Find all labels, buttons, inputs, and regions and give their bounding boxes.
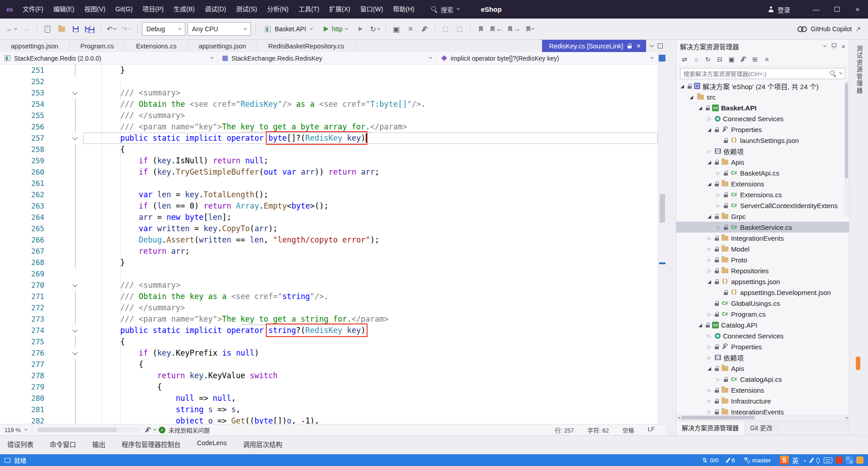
tree-item[interactable]: ◢Extensions — [676, 178, 849, 189]
code-text[interactable]: /// </summary> — [83, 302, 658, 314]
expander-collapsed-icon[interactable]: ▷ — [715, 203, 722, 208]
properties-button[interactable] — [738, 54, 749, 65]
close-tab-icon[interactable]: × — [637, 42, 641, 50]
code-text[interactable]: return arr; — [83, 246, 658, 257]
tree-item[interactable]: appsettings.Development.json — [676, 287, 849, 298]
tree-item[interactable]: ▷Model — [676, 243, 849, 254]
menu-item-7[interactable]: 测试(S) — [231, 0, 262, 19]
expander-collapsed-icon[interactable]: ▷ — [706, 333, 712, 338]
code-text[interactable]: { — [83, 144, 658, 155]
pin-icon[interactable] — [831, 43, 836, 49]
fold-toggle[interactable] — [55, 325, 83, 336]
tab-3[interactable]: appsettings.json — [188, 40, 257, 52]
close-button[interactable]: × — [847, 0, 868, 19]
se-bottom-tab-1[interactable]: Git 更改 — [745, 421, 778, 435]
navigate-back-button[interactable]: ← — [5, 22, 18, 36]
save-button[interactable] — [70, 22, 81, 36]
code-text[interactable]: /// <summary> — [83, 280, 658, 291]
bookmark-window-button[interactable] — [524, 22, 536, 36]
expander-open-icon[interactable]: ◢ — [706, 127, 712, 132]
scrollbar-thumb[interactable] — [660, 194, 665, 223]
expander-open-icon[interactable]: ◢ — [706, 279, 712, 284]
document-health-settings-icon[interactable] — [145, 427, 151, 433]
code-text[interactable]: /// <param name="key">The key to get a s… — [83, 314, 658, 325]
menu-item-4[interactable]: 项目(P) — [137, 0, 169, 19]
expander-open-icon[interactable]: ◢ — [706, 366, 712, 371]
collapse-all-button[interactable]: ⊟ — [714, 54, 725, 65]
tree-item[interactable]: ◢Apis — [676, 157, 849, 167]
start-debugging-button[interactable]: http — [319, 22, 352, 36]
code-text[interactable]: public static implicit operator string?(… — [83, 325, 658, 336]
tab-1[interactable]: Program.cs — [70, 40, 125, 52]
ime-pen-icon[interactable] — [809, 457, 814, 463]
code-text[interactable]: { — [83, 381, 658, 393]
editor-vertical-scrollbar[interactable] — [658, 65, 666, 424]
refresh-button[interactable]: ↻ — [703, 54, 713, 65]
expander-open-icon[interactable]: ◢ — [697, 105, 703, 110]
expander-open-icon[interactable]: ◢ — [706, 181, 712, 186]
github-copilot-button[interactable]: GitHub Copilot ↗ — [797, 25, 861, 33]
prev-bookmark-button[interactable]: ← — [489, 22, 505, 36]
window-layout-icon[interactable] — [658, 43, 663, 48]
panel-tab-0[interactable]: 错误列表 — [7, 439, 33, 454]
sign-in-button[interactable]: 登录 — [768, 5, 790, 14]
show-all-files-button[interactable]: ▣ — [726, 54, 737, 65]
expander-collapsed-icon[interactable]: ▷ — [706, 257, 712, 262]
code-text[interactable]: if (key.IsNull) return null; — [83, 155, 658, 166]
tree-item[interactable]: ◢Properties — [676, 124, 849, 135]
tree-item[interactable]: GlobalUsings.cs — [676, 298, 849, 309]
menu-item-6[interactable]: 调试(D) — [200, 0, 231, 19]
tab-rediskey-active[interactable]: RedisKey.cs [SourceLink] × — [542, 40, 646, 52]
breadcrumb-assembly[interactable]: StackExchange.Redis (2.0.0.0) — [0, 52, 218, 64]
code-text[interactable] — [83, 268, 658, 280]
ime-mic-icon[interactable] — [816, 458, 820, 463]
ime-language-toggle[interactable]: 英 — [792, 456, 799, 465]
scrollbar-track[interactable] — [681, 416, 845, 419]
tree-item[interactable]: ▷BasketApi.cs — [676, 167, 849, 178]
code-text[interactable]: if (key.TryGetSimpleBuffer(out var arr))… — [83, 166, 658, 178]
panel-tab-4[interactable]: CodeLens — [197, 439, 227, 454]
scroll-left-icon[interactable]: ◂ — [678, 415, 680, 420]
expander-collapsed-icon[interactable]: ▷ — [706, 409, 712, 414]
expander-collapsed-icon[interactable]: ▷ — [706, 149, 712, 154]
code-text[interactable]: /// <summary> — [83, 87, 658, 99]
tree-item[interactable]: ▷BasketService.cs — [676, 222, 849, 233]
expander-open-icon[interactable]: ◢ — [697, 323, 703, 328]
expander-open-icon[interactable]: ◢ — [679, 84, 685, 89]
tree-item[interactable]: launchSettings.json — [676, 135, 849, 146]
platform-dropdown[interactable]: Any CPU — [188, 22, 251, 36]
code-text[interactable] — [83, 76, 658, 87]
fold-toggle[interactable] — [55, 133, 83, 144]
code-editor[interactable]: 251 }252253 /// <summary>254 /// Obtain … — [0, 65, 658, 424]
sync-with-active-document-button[interactable]: ≡ — [761, 54, 772, 65]
tree-item[interactable]: ▷CatalogApi.cs — [676, 374, 849, 385]
autohide-tab-0[interactable]: 测试资源管理器 — [854, 45, 863, 95]
tree-item[interactable]: ▷依赖项 — [676, 146, 849, 157]
hot-reload-button[interactable]: ↻ — [368, 22, 381, 36]
maximize-button[interactable] — [826, 0, 847, 19]
tab-4[interactable]: RedisBasketRepository.cs — [257, 40, 355, 52]
expander-collapsed-icon[interactable]: ▷ — [706, 236, 712, 241]
code-text[interactable]: } — [83, 257, 658, 268]
tree-item[interactable]: ▷Repositories — [676, 265, 849, 276]
tree-vertical-scrollbar[interactable] — [844, 81, 849, 217]
tree-item[interactable]: ▷Extensions.cs — [676, 189, 849, 200]
editor-horizontal-scrollbar[interactable] — [38, 428, 139, 432]
panel-splitter[interactable] — [666, 40, 676, 435]
code-text[interactable]: public static implicit operator byte[]?(… — [83, 133, 658, 144]
save-all-button[interactable] — [84, 22, 96, 36]
menu-item-0[interactable]: 文件(F) — [18, 0, 48, 19]
code-text[interactable]: /// Obtain the key as a <see cref="strin… — [83, 291, 658, 302]
panel-tab-5[interactable]: 调用层次结构 — [243, 439, 283, 454]
find-in-files-button[interactable] — [440, 22, 452, 36]
pending-edits-button[interactable]: 6 — [727, 457, 735, 464]
code-text[interactable]: { — [83, 336, 658, 347]
tree-item[interactable]: ◢Catalog.API — [676, 319, 849, 330]
menu-item-1[interactable]: 编辑(E) — [48, 0, 80, 19]
menu-item-2[interactable]: 视图(V) — [80, 0, 111, 19]
menu-item-10[interactable]: 扩展(X) — [324, 0, 355, 19]
switch-views-button[interactable]: ⇄ — [679, 54, 690, 65]
tab-2[interactable]: Extensions.cs — [125, 40, 188, 52]
sync-commits-button[interactable]: ⇅ 0/0 — [702, 456, 718, 464]
expander-collapsed-icon[interactable]: ▷ — [706, 312, 712, 317]
